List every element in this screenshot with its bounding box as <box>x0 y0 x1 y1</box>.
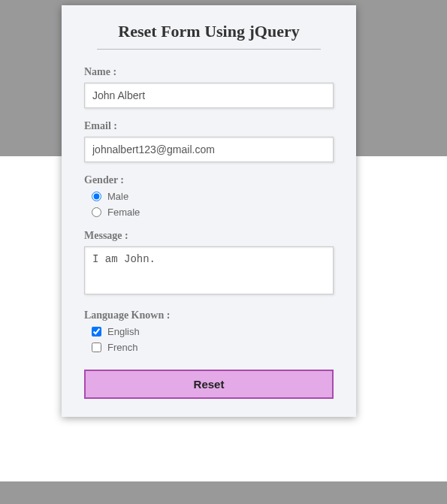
language-checkbox-english[interactable] <box>92 327 101 337</box>
email-field: Email : <box>84 120 334 162</box>
gender-option-female: Female <box>92 207 334 218</box>
gender-label: Gender : <box>84 174 334 186</box>
name-input[interactable] <box>84 83 334 108</box>
background-bottom <box>0 481 447 504</box>
language-checkbox-french[interactable] <box>92 343 101 352</box>
language-french-text: French <box>107 342 137 353</box>
form-card: Reset Form Using jQuery Name : Email : G… <box>62 5 356 417</box>
language-option-english: English <box>92 326 334 337</box>
language-english-text: English <box>107 326 140 337</box>
gender-female-text: Female <box>107 207 140 218</box>
form-title: Reset Form Using jQuery <box>84 22 334 41</box>
message-label: Message : <box>84 230 334 242</box>
gender-field: Gender : Male Female <box>84 174 334 218</box>
message-textarea[interactable] <box>84 246 334 294</box>
divider <box>97 49 322 50</box>
gender-option-male: Male <box>92 191 334 202</box>
language-label: Language Known : <box>84 309 334 321</box>
language-field: Language Known : English French <box>84 309 334 353</box>
message-field: Message : <box>84 230 334 297</box>
language-option-french: French <box>92 342 334 353</box>
gender-male-text: Male <box>107 191 128 202</box>
gender-radio-male[interactable] <box>92 192 101 201</box>
email-input[interactable] <box>84 137 334 162</box>
email-label: Email : <box>84 120 334 132</box>
name-label: Name : <box>84 66 334 78</box>
name-field: Name : <box>84 66 334 108</box>
gender-radio-female[interactable] <box>92 207 101 217</box>
reset-button[interactable]: Reset <box>84 370 334 399</box>
